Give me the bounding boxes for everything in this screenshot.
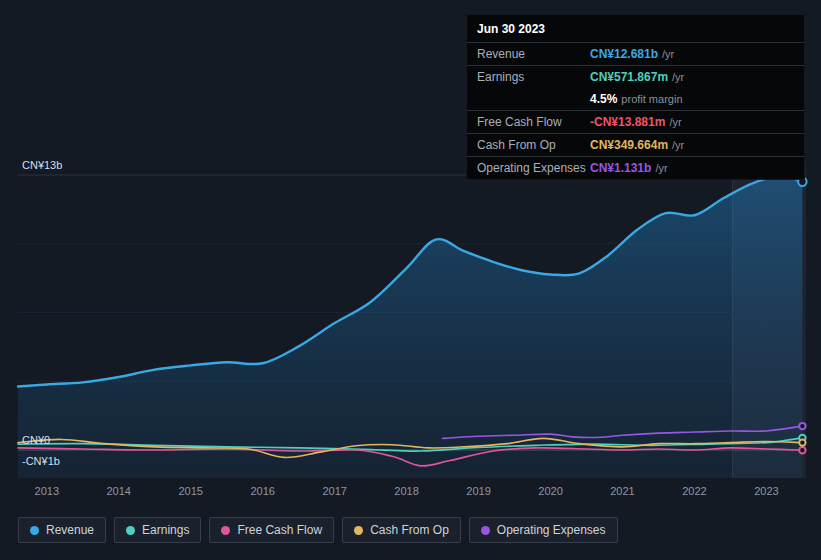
x-axis-label: 2019 (466, 485, 490, 497)
tooltip-value-earnings: CN¥571.867m (590, 70, 668, 84)
tooltip-row-free-cash-flow: Free Cash Flow -CN¥13.881m /yr (467, 111, 804, 134)
legend-label-free-cash-flow: Free Cash Flow (237, 523, 322, 537)
cash-from-op-endpoint-marker (799, 439, 805, 445)
legend-label-operating-expenses: Operating Expenses (497, 523, 606, 537)
tooltip-value-revenue: CN¥12.681b (590, 47, 658, 61)
x-axis-label: 2020 (538, 485, 562, 497)
y-axis-label: CN¥0 (22, 434, 50, 446)
legend-item-free-cash-flow[interactable]: Free Cash Flow (209, 517, 334, 543)
revenue-dot-icon (30, 526, 39, 535)
earnings-dot-icon (126, 526, 135, 535)
x-axis-label: 2023 (754, 485, 778, 497)
x-axis-label: 2013 (35, 485, 59, 497)
tooltip-value-free-cash-flow: -CN¥13.881m (590, 115, 665, 129)
legend-item-operating-expenses[interactable]: Operating Expenses (469, 517, 618, 543)
tooltip-value-cash-from-op: CN¥349.664m (590, 138, 668, 152)
free-cash-flow-dot-icon (221, 526, 230, 535)
chart-legend: Revenue Earnings Free Cash Flow Cash Fro… (18, 517, 618, 543)
y-axis-label: CN¥13b (22, 159, 62, 171)
tooltip-suffix-cash-from-op: /yr (672, 139, 684, 151)
x-axis-label: 2022 (682, 485, 706, 497)
tooltip-label-free-cash-flow: Free Cash Flow (477, 115, 590, 129)
y-axis-label: -CN¥1b (22, 455, 60, 467)
tooltip-row-profit-margin: 4.5% profit margin (467, 88, 804, 111)
tooltip-value-operating-expenses: CN¥1.131b (590, 161, 651, 175)
operating-expenses-endpoint-marker (799, 423, 805, 429)
tooltip-row-revenue: Revenue CN¥12.681b /yr (467, 43, 804, 66)
tooltip-suffix-profit-margin: profit margin (621, 93, 682, 105)
tooltip-suffix-revenue: /yr (662, 48, 674, 60)
tooltip-suffix-operating-expenses: /yr (655, 162, 667, 174)
tooltip-row-operating-expenses: Operating Expenses CN¥1.131b /yr (467, 157, 804, 179)
financial-history-screen: CN¥13bCN¥0-CN¥1b201320142015201620172018… (0, 0, 821, 560)
cash-from-op-dot-icon (354, 526, 363, 535)
chart-tooltip: Jun 30 2023 Revenue CN¥12.681b /yr Earni… (466, 14, 805, 180)
legend-item-cash-from-op[interactable]: Cash From Op (342, 517, 461, 543)
tooltip-label-cash-from-op: Cash From Op (477, 138, 590, 152)
tooltip-value-profit-margin: 4.5% (590, 92, 617, 106)
legend-label-revenue: Revenue (46, 523, 94, 537)
legend-item-revenue[interactable]: Revenue (18, 517, 106, 543)
x-axis-label: 2016 (250, 485, 274, 497)
tooltip-date: Jun 30 2023 (467, 15, 804, 43)
tooltip-row-earnings: Earnings CN¥571.867m /yr (467, 66, 804, 88)
free-cash-flow-endpoint-marker (799, 447, 805, 453)
legend-item-earnings[interactable]: Earnings (114, 517, 201, 543)
x-axis-label: 2014 (107, 485, 131, 497)
tooltip-suffix-free-cash-flow: /yr (669, 116, 681, 128)
x-axis-label: 2017 (322, 485, 346, 497)
tooltip-label-revenue: Revenue (477, 47, 590, 61)
x-axis-label: 2015 (178, 485, 202, 497)
legend-label-cash-from-op: Cash From Op (370, 523, 449, 537)
x-axis-label: 2018 (394, 485, 418, 497)
x-axis-label: 2021 (610, 485, 634, 497)
tooltip-row-cash-from-op: Cash From Op CN¥349.664m /yr (467, 134, 804, 157)
tooltip-label-earnings: Earnings (477, 70, 590, 84)
tooltip-label-operating-expenses: Operating Expenses (477, 161, 590, 175)
tooltip-suffix-earnings: /yr (672, 71, 684, 83)
operating-expenses-dot-icon (481, 526, 490, 535)
legend-label-earnings: Earnings (142, 523, 189, 537)
